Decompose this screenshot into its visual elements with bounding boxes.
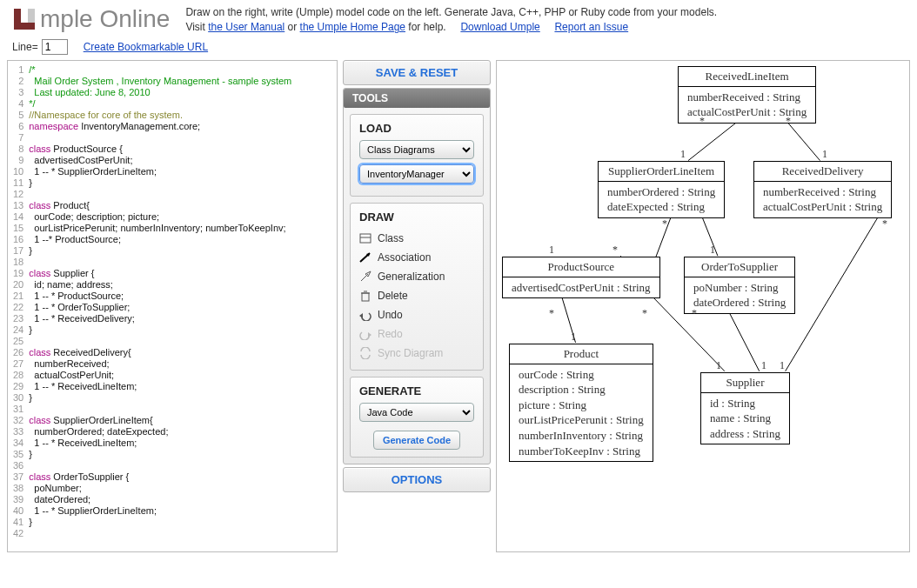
multiplicity-label: *	[882, 217, 887, 231]
multiplicity-label: *	[549, 307, 554, 320]
download-umple-link[interactable]: Download Umple	[460, 21, 539, 33]
uml-class-name: ReceivedLineItem	[679, 67, 815, 87]
user-manual-link[interactable]: the User Manual	[208, 21, 284, 33]
uml-diagram-canvas[interactable]: ReceivedLineItem numberReceived : String…	[496, 60, 910, 552]
generate-code-button[interactable]: Generate Code	[373, 431, 460, 450]
umple-home-link[interactable]: the Umple Home Page	[300, 21, 405, 33]
multiplicity-label: 1	[571, 331, 576, 344]
multiplicity-label: 1	[780, 359, 785, 372]
multiplicity-label: 1	[761, 359, 766, 372]
draw-title: DRAW	[359, 210, 474, 224]
uml-class-attrs: ourCode : Stringdescription : Stringpict…	[510, 364, 653, 461]
draw-delete-tool[interactable]: Delete	[359, 286, 474, 305]
generate-select-lang[interactable]: Java Code	[359, 403, 474, 422]
draw-item-label: Delete	[378, 290, 408, 302]
line-input[interactable]	[42, 39, 68, 55]
sync-icon	[359, 347, 371, 359]
header-blurb: Draw on the right, write (Umple) model c…	[185, 5, 717, 36]
multiplicity-label: 1	[549, 244, 554, 257]
uml-class-attrs: numberReceived : StringactualCostPerUnit…	[754, 182, 891, 217]
svg-rect-2	[14, 23, 35, 30]
options-header[interactable]: OPTIONS	[343, 467, 491, 492]
tools-header[interactable]: TOOLS	[344, 89, 490, 108]
uml-class-ReceivedDelivery[interactable]: ReceivedDelivery numberReceived : String…	[753, 161, 892, 218]
multiplicity-label: *	[642, 307, 647, 320]
multiplicity-label: *	[699, 115, 705, 128]
draw-item-label: Generalization	[378, 271, 445, 283]
bookmark-link[interactable]: Create Bookmarkable URL	[84, 41, 208, 53]
multiplicity-label: 1	[680, 148, 686, 161]
svg-rect-9	[362, 293, 369, 301]
uml-class-attrs: advertisedCostPerUnit : String	[503, 277, 659, 298]
draw-association-tool[interactable]: Association	[359, 248, 474, 267]
multiplicity-label: *	[612, 244, 618, 257]
uml-class-name: OrderToSupplier	[685, 257, 794, 277]
line-label: Line=	[12, 41, 38, 53]
multiplicity-label: 1	[716, 359, 721, 372]
blurb-line1: Draw on the right, write (Umple) model c…	[185, 6, 717, 18]
multiplicity-label: 1	[822, 148, 827, 161]
uml-class-OrderToSupplier[interactable]: OrderToSupplier poNumber : StringdateOrd…	[684, 257, 795, 314]
uml-class-ProductSource[interactable]: ProductSource advertisedCostPerUnit : St…	[502, 257, 660, 299]
uml-class-name: ReceivedDelivery	[754, 162, 891, 182]
class-icon	[359, 232, 371, 244]
multiplicity-label: *	[662, 217, 667, 231]
uml-class-ReceivedLineItem[interactable]: ReceivedLineItem numberReceived : String…	[678, 66, 816, 124]
svg-marker-13	[368, 332, 371, 337]
logo-icon	[12, 7, 37, 31]
draw-sync-tool: Sync Diagram	[359, 344, 474, 363]
draw-item-label: Sync Diagram	[378, 347, 443, 359]
logo-text: mple Online	[40, 5, 170, 33]
save-reset-button[interactable]: SAVE & RESET	[343, 60, 491, 85]
redo-icon	[359, 328, 371, 340]
multiplicity-label: 1	[710, 244, 715, 257]
draw-redo-tool: Redo	[359, 324, 474, 344]
uml-class-attrs: poNumber : StringdateOrdered : String	[685, 277, 794, 313]
uml-class-attrs: numberOrdered : StringdateExpected : Str…	[599, 182, 724, 217]
uml-class-name: SupplierOrderLineItem	[599, 162, 724, 182]
undo-icon	[359, 309, 371, 321]
uml-class-Product[interactable]: Product ourCode : Stringdescription : St…	[509, 344, 653, 462]
draw-item-label: Association	[378, 251, 431, 264]
load-title: LOAD	[359, 122, 474, 135]
generalization-icon	[359, 271, 371, 283]
svg-marker-12	[359, 313, 363, 318]
load-select-example[interactable]: InventoryManager	[359, 164, 474, 184]
association-icon	[359, 251, 371, 264]
uml-class-name: Supplier	[701, 373, 789, 393]
generate-title: GENERATE	[359, 384, 474, 398]
svg-line-21	[786, 212, 881, 371]
uml-class-Supplier[interactable]: Supplier id : Stringname : Stringaddress…	[700, 372, 790, 445]
multiplicity-label: *	[692, 307, 697, 320]
draw-item-label: Redo	[378, 328, 403, 340]
logo: mple Online	[12, 5, 170, 33]
uml-class-SupplierOrderLineItem[interactable]: SupplierOrderLineItem numberOrdered : St…	[598, 161, 725, 218]
svg-rect-3	[360, 234, 371, 243]
draw-generalization-tool[interactable]: Generalization	[359, 267, 474, 286]
code-editor[interactable]: 1234567891011121314151617181920212223242…	[7, 60, 338, 552]
uml-class-name: ProductSource	[503, 257, 659, 277]
uml-class-name: Product	[510, 344, 653, 364]
report-issue-link[interactable]: Report an Issue	[554, 21, 628, 33]
draw-item-label: Undo	[378, 309, 403, 321]
draw-item-label: Class	[378, 232, 404, 244]
draw-class-tool[interactable]: Class	[359, 229, 474, 248]
draw-undo-tool[interactable]: Undo	[359, 305, 474, 324]
multiplicity-label: *	[786, 115, 791, 128]
uml-class-attrs: id : Stringname : Stringaddress : String	[701, 393, 789, 444]
delete-icon	[359, 290, 371, 302]
load-select-diagramtype[interactable]: Class Diagrams	[359, 140, 474, 159]
